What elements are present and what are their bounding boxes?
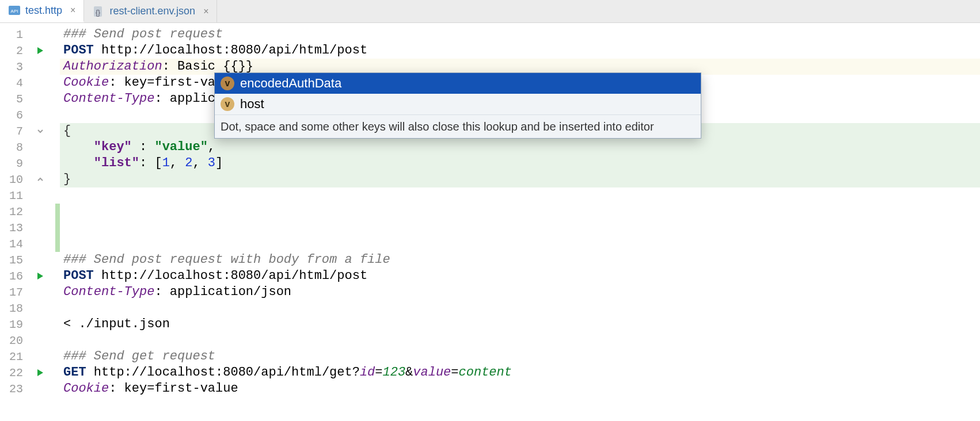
code-editor[interactable]: 1 2 3 4 5 6 7 8 9 10 11 12 13 14 15 16 1… [0,23,980,421]
line-number: 2 [0,44,26,58]
api-icon: API [8,4,21,17]
variable-icon: v [221,97,234,111]
code-line: < ./input.json [60,316,980,332]
line-number: 11 [0,189,26,202]
json-icon: {} [92,5,105,18]
code-line: ### Send get request [60,349,980,365]
code-line: Content-Type: application/json [60,284,980,300]
line-number: 19 [0,318,26,331]
code-line [60,220,980,236]
code-line [60,187,980,204]
line-number: 12 [0,205,26,219]
code-line: POST http://localhost:8080/api/html/post [60,268,980,284]
code-line: ### Send post request with body from a f… [60,252,980,268]
code-line: ### Send post request [60,26,980,43]
code-line [60,300,980,316]
code-line: Cookie: key=first-value [60,381,980,397]
close-icon[interactable]: × [70,5,75,16]
close-icon[interactable]: × [203,6,208,17]
tab-label: test.http [25,5,62,17]
line-number: 5 [0,93,26,106]
autocomplete-item[interactable]: v encodedAuthData [215,73,701,94]
line-number: 10 [0,173,26,186]
line-number: 13 [0,221,26,235]
code-line: } [60,171,980,187]
svg-marker-4 [37,47,43,54]
code-line: "key" : "value", [60,139,980,155]
line-number: 9 [0,157,26,170]
tab-rest-client-env[interactable]: {} rest-client.env.json × [84,0,217,22]
svg-marker-5 [37,273,43,280]
line-number: 15 [0,254,26,267]
line-number: 14 [0,238,26,251]
line-number: 8 [0,141,26,154]
change-bar [55,204,60,252]
svg-marker-6 [37,369,43,376]
autocomplete-popup: v encodedAuthData v host Dot, space and … [214,72,701,139]
autocomplete-item-label: host [240,96,264,112]
line-number: 23 [0,382,26,396]
line-number: 6 [0,109,26,122]
code-line [60,236,980,252]
run-icon[interactable] [26,368,54,377]
line-number: 3 [0,60,26,74]
code-line [60,204,980,220]
variable-icon: v [221,76,234,90]
run-icon[interactable] [26,46,54,55]
line-number: 20 [0,334,26,347]
line-number: 16 [0,270,26,283]
code-line: "list": [1, 2, 3] [60,155,980,171]
code-area[interactable]: ### Send post request POST http://localh… [60,23,980,421]
svg-text:{}: {} [96,9,100,17]
autocomplete-hint: Dot, space and some other keys will also… [215,114,701,138]
code-line [60,332,980,349]
fold-open-icon[interactable] [26,127,54,135]
code-line: GET http://localhost:8080/api/html/get?i… [60,365,980,381]
autocomplete-item[interactable]: v host [215,94,701,114]
autocomplete-item-label: encodedAuthData [240,75,341,91]
line-number: 18 [0,302,26,315]
code-line: POST http://localhost:8080/api/html/post [60,43,980,59]
line-number: 7 [0,125,26,138]
line-number: 1 [0,28,26,41]
svg-text:API: API [11,9,18,14]
line-number: 22 [0,366,26,380]
tab-label: rest-client.env.json [109,5,195,17]
run-icon[interactable] [26,271,54,281]
editor-gutter: 1 2 3 4 5 6 7 8 9 10 11 12 13 14 15 16 1… [0,23,60,421]
tab-test-http[interactable]: API test.http × [0,0,84,22]
line-number: 21 [0,350,26,363]
line-number: 4 [0,76,26,90]
fold-close-icon[interactable] [26,175,54,183]
tab-bar: API test.http × {} rest-client.env.json … [0,0,980,23]
line-number: 17 [0,286,26,299]
